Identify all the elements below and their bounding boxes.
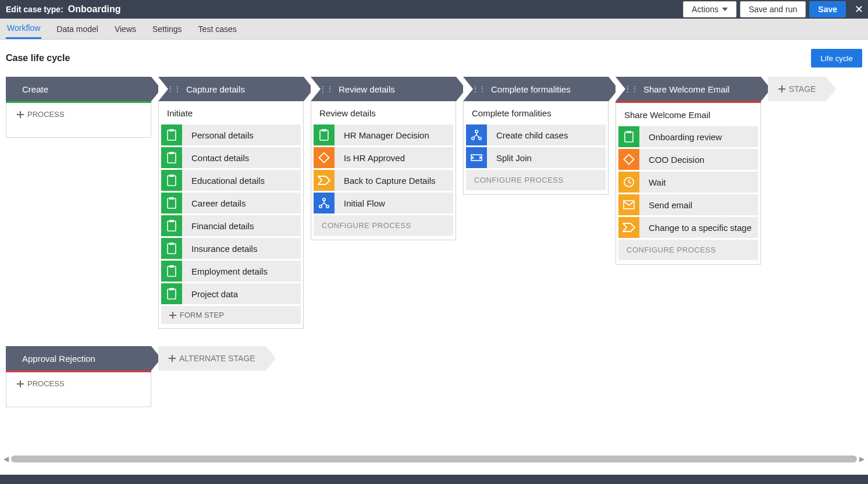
- step-item[interactable]: Insurance details: [161, 238, 301, 259]
- stage-complete-formalities: ⋮⋮Complete formalitiesComplete formaliti…: [463, 77, 609, 195]
- alt-stages-row: Approval RejectionPROCESSALTERNATE STAGE: [0, 340, 868, 419]
- svg-rect-7: [169, 197, 174, 200]
- stage-body: PROCESS: [6, 372, 151, 407]
- configure-process-button[interactable]: CONFIGURE PROCESS: [314, 215, 453, 236]
- stage-body: Complete formalitiesCreate child casesSp…: [463, 101, 609, 195]
- process-title[interactable]: Share Welcome Email: [618, 105, 758, 124]
- scroll-track[interactable]: [11, 455, 857, 462]
- header-title-label: Edit case type:: [6, 5, 63, 14]
- save-and-run-button[interactable]: Save and run: [740, 1, 806, 17]
- scroll-left-icon[interactable]: ◀: [3, 455, 9, 463]
- add-process-button[interactable]: PROCESS: [9, 105, 148, 123]
- stage-capture-details: ⋮⋮Capture detailsInitiatePersonal detail…: [158, 77, 304, 329]
- stage-header[interactable]: ⋮⋮Capture details: [158, 77, 304, 101]
- stage-body: InitiatePersonal detailsContact detailsE…: [158, 101, 304, 329]
- drag-handle-icon[interactable]: ⋮⋮: [166, 84, 180, 94]
- stage-header[interactable]: ⋮⋮Review details: [311, 77, 456, 101]
- step-label: Personal details: [182, 130, 254, 140]
- step-item[interactable]: Wait: [618, 172, 758, 193]
- tab-workflow[interactable]: Workflow: [6, 19, 41, 39]
- step-item[interactable]: Change to a specific stage: [618, 217, 758, 238]
- add-process-button[interactable]: PROCESS: [9, 375, 148, 393]
- configure-process-button[interactable]: CONFIGURE PROCESS: [466, 170, 606, 190]
- svg-rect-3: [169, 152, 174, 154]
- tab-data-model[interactable]: Data model: [55, 20, 99, 38]
- close-icon[interactable]: ✕: [849, 0, 868, 19]
- step-label: Onboarding review: [639, 132, 722, 142]
- step-item[interactable]: Employment details: [161, 261, 301, 282]
- save-button[interactable]: Save: [809, 1, 846, 17]
- scroll-right-icon[interactable]: ▶: [859, 455, 865, 463]
- stage-header[interactable]: ⋮⋮Complete formalities: [463, 77, 609, 101]
- tab-test-cases[interactable]: Test cases: [197, 20, 238, 38]
- process-title[interactable]: Complete formalities: [466, 104, 606, 123]
- step-item[interactable]: Back to Capture Details: [314, 170, 453, 191]
- svg-rect-28: [624, 155, 634, 165]
- step-label: Wait: [639, 177, 666, 187]
- svg-rect-8: [168, 221, 176, 231]
- step-item[interactable]: Contact details: [161, 147, 301, 168]
- step-item[interactable]: Personal details: [161, 124, 301, 145]
- step-item[interactable]: Educational details: [161, 170, 301, 191]
- drag-handle-icon[interactable]: ⋮⋮: [624, 84, 638, 94]
- stage-review-details: ⋮⋮Review detailsReview detailsHR Manager…: [311, 77, 456, 240]
- step-item[interactable]: Onboarding review: [618, 126, 758, 147]
- stage-title: Capture details: [186, 84, 245, 94]
- step-item[interactable]: Career details: [161, 193, 301, 213]
- drag-handle-icon[interactable]: ⋮⋮: [319, 84, 333, 94]
- step-label: Is HR Approved: [335, 153, 405, 163]
- step-label: Financial details: [182, 221, 254, 231]
- stage-body: Share Welcome EmailOnboarding reviewCOO …: [616, 103, 761, 265]
- stage-header[interactable]: ⋮⋮Share Welcome Email: [616, 77, 761, 101]
- svg-rect-15: [169, 288, 174, 290]
- split-icon: [466, 147, 487, 168]
- step-item[interactable]: Financial details: [161, 215, 301, 236]
- step-item[interactable]: Initial Flow: [314, 193, 453, 213]
- step-item[interactable]: Send email: [618, 194, 758, 215]
- horizontal-scrollbar[interactable]: ◀ ▶: [0, 454, 868, 464]
- stages-row: CreatePROCESS⋮⋮Capture detailsInitiatePe…: [0, 77, 868, 340]
- actions-button[interactable]: Actions: [683, 1, 737, 17]
- step-label: Create child cases: [487, 130, 568, 140]
- stage-header[interactable]: Approval Rejection: [6, 346, 151, 371]
- tab-views[interactable]: Views: [113, 20, 137, 38]
- svg-rect-26: [625, 132, 633, 142]
- svg-rect-13: [169, 265, 174, 268]
- svg-point-19: [323, 198, 325, 201]
- clipboard-icon: [314, 124, 335, 145]
- process-title[interactable]: Review details: [314, 104, 453, 123]
- add-alternate-stage-button[interactable]: ALTERNATE STAGE: [158, 346, 266, 371]
- tabs-bar: WorkflowData modelViewsSettingsTest case…: [0, 19, 868, 40]
- svg-rect-1: [169, 129, 174, 131]
- life-cycle-button[interactable]: Life cycle: [811, 49, 862, 67]
- process-title[interactable]: Initiate: [161, 104, 301, 123]
- clipboard-icon: [161, 261, 182, 282]
- page-title-row: Case life cycle Life cycle: [0, 40, 868, 77]
- diamond-icon: [618, 149, 639, 170]
- fork-icon: [466, 124, 487, 145]
- svg-rect-6: [168, 198, 176, 208]
- clipboard-icon: [161, 215, 182, 236]
- step-item[interactable]: Is HR Approved: [314, 147, 453, 168]
- stage-title: Share Welcome Email: [643, 84, 730, 94]
- tab-settings[interactable]: Settings: [151, 20, 183, 38]
- configure-process-button[interactable]: CONFIGURE PROCESS: [618, 240, 758, 260]
- step-label: Career details: [182, 198, 246, 208]
- svg-point-22: [475, 130, 478, 133]
- step-item[interactable]: Create child cases: [466, 124, 606, 145]
- drag-handle-icon[interactable]: ⋮⋮: [471, 84, 485, 94]
- step-item[interactable]: COO Decision: [618, 149, 758, 170]
- stage-create: CreatePROCESS: [6, 77, 151, 138]
- svg-rect-4: [168, 176, 176, 186]
- fork-icon: [314, 193, 335, 213]
- add-form-step-button[interactable]: FORM STEP: [161, 306, 301, 324]
- step-item[interactable]: HR Manager Decision: [314, 124, 453, 145]
- add-stage-button[interactable]: STAGE: [768, 77, 826, 101]
- step-item[interactable]: Split Join: [466, 147, 606, 168]
- step-label: HR Manager Decision: [335, 130, 429, 140]
- clipboard-icon: [161, 147, 182, 168]
- step-label: COO Decision: [639, 155, 705, 165]
- step-item[interactable]: Project data: [161, 283, 301, 304]
- svg-rect-9: [169, 220, 174, 222]
- stage-header[interactable]: Create: [6, 77, 151, 101]
